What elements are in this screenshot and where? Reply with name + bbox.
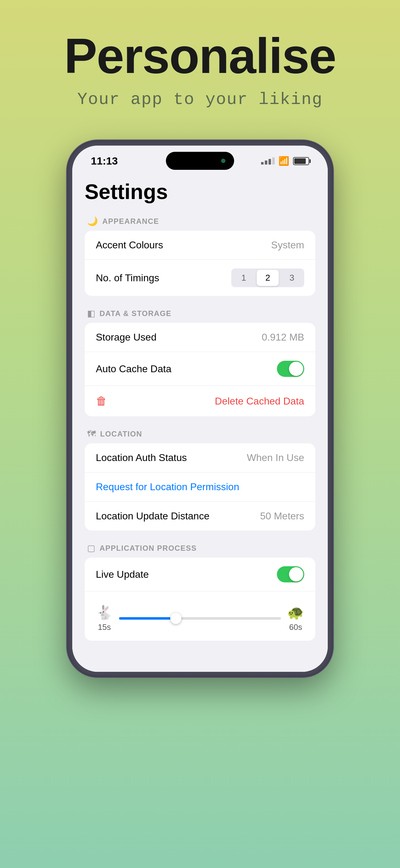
slider-track[interactable] — [119, 617, 281, 620]
segment-3[interactable]: 3 — [280, 270, 303, 286]
hero-title: Personalise — [25, 31, 375, 81]
map-icon: 🗺 — [87, 429, 96, 439]
phone-frame: 11:13 📶 — [67, 140, 333, 677]
data-storage-card: Storage Used 0.912 MB Auto Cache Data 🗑 … — [85, 323, 315, 416]
status-bar: 11:13 📶 — [72, 146, 328, 170]
section-label-location: LOCATION — [100, 430, 142, 438]
section-header-appearance: 🌙 APPEARANCE — [85, 216, 315, 231]
trash-icon: 🗑 — [96, 395, 107, 408]
accent-colours-label: Accent Colours — [96, 239, 163, 251]
toggle-thumb-cache — [289, 362, 303, 376]
signal-dot-2 — [265, 160, 267, 164]
delete-cache-row[interactable]: 🗑 Delete Cached Data — [85, 386, 315, 416]
battery-icon — [293, 157, 309, 165]
location-distance-label: Location Update Distance — [96, 510, 209, 522]
hero-subtitle: Your app to your liking — [25, 90, 375, 109]
location-auth-row: Location Auth Status When In Use — [85, 443, 315, 472]
max-value-label: 60s — [289, 622, 302, 632]
storage-used-value: 0.912 MB — [262, 332, 304, 343]
location-distance-value: 50 Meters — [260, 510, 304, 522]
dynamic-island-dot — [221, 159, 226, 163]
request-location-label[interactable]: Request for Location Permission — [96, 481, 239, 493]
live-update-label: Live Update — [96, 569, 149, 580]
moon-icon: 🌙 — [87, 216, 98, 226]
wifi-icon: 📶 — [278, 156, 289, 166]
slider-container: 🐇 15s 🐢 60s — [96, 604, 304, 632]
signal-dot-3 — [269, 159, 271, 164]
live-update-row[interactable]: Live Update — [85, 558, 315, 591]
segment-1[interactable]: 1 — [233, 270, 255, 286]
signal-dot-4 — [272, 157, 275, 164]
segment-2[interactable]: 2 — [257, 270, 279, 286]
dynamic-island — [166, 152, 234, 170]
request-location-row[interactable]: Request for Location Permission — [85, 472, 315, 502]
layers-icon: ◧ — [87, 308, 95, 318]
timings-label: No. of Timings — [96, 272, 159, 284]
section-label-data: DATA & STORAGE — [100, 309, 171, 318]
live-update-toggle[interactable] — [277, 566, 304, 582]
auto-cache-label: Auto Cache Data — [96, 363, 171, 375]
phone-wrapper: 11:13 📶 — [67, 140, 333, 677]
status-icons: 📶 — [261, 156, 309, 166]
section-data-storage: ◧ DATA & STORAGE Storage Used 0.912 MB A… — [85, 308, 315, 416]
storage-used-row: Storage Used 0.912 MB — [85, 323, 315, 352]
slow-icon: 🐢 60s — [287, 604, 304, 632]
status-time: 11:13 — [91, 155, 118, 167]
app-icon: ▢ — [87, 543, 95, 553]
speed-slider-row: 🐇 15s 🐢 60s — [85, 591, 315, 641]
accent-colours-row[interactable]: Accent Colours System — [85, 231, 315, 260]
signal-dots — [261, 157, 275, 164]
hero-section: Personalise Your app to your liking — [0, 0, 400, 128]
section-header-data: ◧ DATA & STORAGE — [85, 308, 315, 323]
app-process-card: Live Update 🐇 15s — [85, 558, 315, 641]
timings-row: No. of Timings 1 2 3 — [85, 260, 315, 296]
section-location: 🗺 LOCATION Location Auth Status When In … — [85, 429, 315, 531]
section-app-process: ▢ APPLICATION PROCESS Live Update — [85, 543, 315, 641]
section-label-appearance: APPEARANCE — [102, 217, 159, 226]
page-title: Settings — [85, 180, 315, 204]
screen-content: Settings 🌙 APPEARANCE Accent Colours Sys… — [72, 170, 328, 672]
slider-fill — [119, 617, 176, 620]
turtle-icon: 🐢 — [287, 604, 304, 621]
section-header-app: ▢ APPLICATION PROCESS — [85, 543, 315, 558]
section-label-app: APPLICATION PROCESS — [100, 544, 197, 553]
section-header-location: 🗺 LOCATION — [85, 429, 315, 443]
toggle-thumb-live — [289, 567, 303, 582]
phone-screen: 11:13 📶 — [72, 146, 328, 672]
appearance-card: Accent Colours System No. of Timings 1 2… — [85, 231, 315, 296]
rabbit-icon: 🐇 — [96, 604, 113, 621]
battery-fill — [294, 158, 306, 164]
storage-used-label: Storage Used — [96, 332, 157, 343]
timings-segmented-control[interactable]: 1 2 3 — [231, 269, 304, 287]
delete-cache-label: Delete Cached Data — [215, 396, 304, 407]
auto-cache-toggle[interactable] — [277, 361, 304, 377]
slider-thumb[interactable] — [170, 613, 181, 624]
section-appearance: 🌙 APPEARANCE Accent Colours System No. o… — [85, 216, 315, 296]
location-auth-value: When In Use — [247, 452, 304, 464]
location-auth-label: Location Auth Status — [96, 452, 187, 464]
location-distance-row: Location Update Distance 50 Meters — [85, 502, 315, 531]
fast-icon: 🐇 15s — [96, 604, 113, 632]
min-value-label: 15s — [98, 622, 111, 632]
signal-dot-1 — [261, 162, 264, 164]
accent-colours-value: System — [271, 239, 304, 251]
auto-cache-row[interactable]: Auto Cache Data — [85, 352, 315, 386]
location-card: Location Auth Status When In Use Request… — [85, 443, 315, 531]
